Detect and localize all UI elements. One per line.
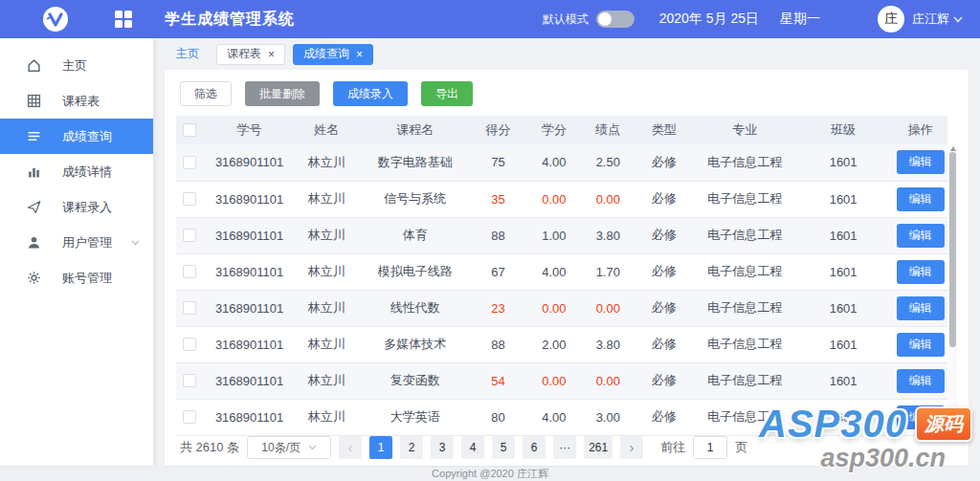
sidebar-item-grade-detail[interactable]: 成绩详情 [0,154,153,189]
prev-page-button[interactable]: ‹ [339,436,362,459]
mode-toggle[interactable] [596,11,635,28]
toggle-knob [598,12,612,26]
user-icon [27,235,41,250]
page-number-button[interactable]: 4 [461,436,484,459]
select-all-checkbox[interactable] [183,123,196,137]
cell-course: 大学英语 [357,399,473,435]
cell-student-id: 3168901101 [203,362,296,399]
close-icon[interactable]: × [268,49,275,60]
cell-gpa: 3.80 [585,326,631,362]
edit-button[interactable]: 编辑 [897,260,945,284]
col-class: 班级 [793,116,894,144]
row-checkbox[interactable] [183,156,196,169]
edit-button[interactable]: 编辑 [897,405,945,429]
page-number-button[interactable]: ··· [553,436,576,459]
edit-button[interactable]: 编辑 [897,187,945,211]
sidebar-item-grade-query[interactable]: 成绩查询 [0,119,153,154]
tab-grade-query[interactable]: 成绩查询 × [293,44,373,65]
username[interactable]: 庄江辉 [912,11,949,28]
tab-home[interactable]: 主页 [167,44,209,65]
page-number-button[interactable]: 3 [431,436,454,459]
sidebar-item-timetable[interactable]: 课程表 [0,83,153,119]
page-unit-label: 页 [735,439,747,456]
page-number-button[interactable]: 2 [400,436,423,459]
cell-credit: 0.00 [523,290,585,326]
sidebar-item-label: 用户管理 [62,234,112,251]
batch-delete-button[interactable]: 批量删除 [245,81,320,106]
cell-class: 1601 [793,326,894,362]
cell-score: 88 [473,326,523,362]
col-action: 操作 [894,116,948,144]
cell-class: 1601 [793,290,894,326]
sidebar-item-account-management[interactable]: 账号管理 [0,260,153,295]
export-button[interactable]: 导出 [421,81,473,106]
weekday-text: 星期一 [780,11,820,28]
page-number-button[interactable]: 6 [523,436,546,459]
sidebar-item-user-management[interactable]: 用户管理 [0,225,153,260]
sidebar-item-label: 账号管理 [62,270,112,287]
main-content: 主页 课程表 × 成绩查询 × 筛选 批量删除 成绩录入 导出 [153,38,980,466]
row-checkbox[interactable] [183,265,196,278]
cell-class: 1601 [793,399,894,435]
edit-button[interactable]: 编辑 [897,296,945,320]
cell-major: 电子信息工程 [697,181,793,217]
grade-entry-button[interactable]: 成绩录入 [333,81,408,106]
table-row: 3168901101 林立川 多媒体技术 88 2.00 3.80 必修 电子信… [176,326,947,362]
col-student-id: 学号 [203,116,296,144]
page-number-button[interactable]: 1 [369,436,392,459]
cell-type: 必修 [631,253,697,290]
submenu-chevron-icon [131,240,140,246]
close-icon[interactable]: × [356,49,363,60]
cell-type: 必修 [631,144,697,181]
goto-page-input[interactable] [693,436,727,459]
cell-credit: 1.00 [523,217,585,253]
page-size-select[interactable]: 10条/页 [247,436,331,459]
page-number-button[interactable]: 5 [492,436,515,459]
send-icon [27,200,41,214]
pagination: 共 2610 条 10条/页 ‹ 1 2 3 4 [165,436,969,461]
row-checkbox[interactable] [183,374,196,387]
col-gpa: 绩点 [585,116,631,144]
scrollbar-thumb[interactable] [949,152,956,347]
cell-student-id: 3168901101 [203,326,296,362]
cell-type: 必修 [631,181,697,217]
table-scrollbar[interactable] [948,144,957,432]
edit-button[interactable]: 编辑 [897,150,945,174]
cell-student-id: 3168901101 [203,144,296,181]
sidebar-item-home[interactable]: 主页 [0,48,153,83]
apps-grid-icon[interactable] [115,11,132,28]
next-page-button[interactable]: › [620,436,643,459]
date-text: 2020年 5月 25日 [659,11,759,28]
avatar[interactable]: 庄 [878,6,904,33]
edit-button[interactable]: 编辑 [897,224,945,248]
row-checkbox[interactable] [183,338,196,351]
filter-button[interactable]: 筛选 [180,81,232,106]
cell-credit: 4.00 [523,144,585,181]
table-row: 3168901101 林立川 模拟电子线路 67 4.00 1.70 必修 电子… [176,253,947,290]
tab-timetable[interactable]: 课程表 × [216,44,285,65]
sidebar-item-course-entry[interactable]: 课程录入 [0,189,153,225]
cell-gpa: 0.00 [585,181,631,217]
sidebar-item-label: 主页 [62,57,87,75]
cell-type: 必修 [631,326,697,362]
page-number-button[interactable]: 261 [584,436,612,459]
table-row: 3168901101 林立川 体育 88 1.00 3.80 必修 电子信息工程… [176,217,947,253]
cell-class: 1601 [793,181,894,217]
col-type: 类型 [631,116,697,144]
row-checkbox[interactable] [183,192,196,206]
col-score: 得分 [473,116,523,144]
cell-course: 数字电路基础 [357,144,473,181]
edit-button[interactable]: 编辑 [897,369,945,393]
row-checkbox[interactable] [183,301,196,315]
cell-gpa: 3.00 [585,399,631,435]
cell-name: 林立川 [296,326,357,362]
sidebar-item-label: 课程录入 [62,199,112,216]
row-checkbox[interactable] [183,410,196,424]
cell-score: 35 [473,181,523,217]
table-row: 3168901101 林立川 信号与系统 35 0.00 0.00 必修 电子信… [176,181,947,217]
edit-button[interactable]: 编辑 [897,333,945,357]
cell-credit: 4.00 [523,253,585,290]
scroll-up-icon[interactable] [950,146,956,151]
row-checkbox[interactable] [183,229,196,242]
chevron-down-icon[interactable] [953,16,963,23]
